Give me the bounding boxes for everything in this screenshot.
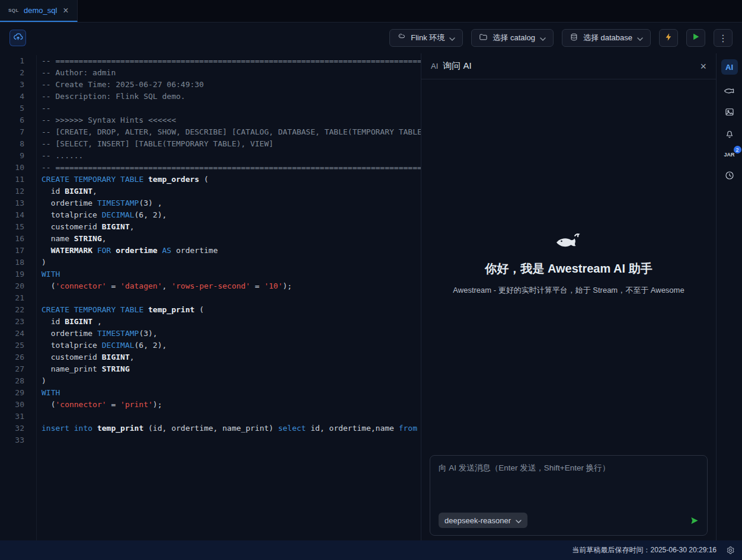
code-token: , xyxy=(130,222,135,231)
code-line[interactable]: customerid BIGINT, xyxy=(41,221,421,233)
code-line[interactable]: -- [SELECT, INSERT] [TABLE(TEMPORARY TAB… xyxy=(41,138,421,150)
line-number: 5 xyxy=(0,103,24,114)
model-select[interactable]: deepseek-reasoner xyxy=(439,513,527,528)
rail-ai-button[interactable]: AI xyxy=(721,59,738,75)
code-token: ); xyxy=(283,281,292,290)
sql-editor[interactable]: 1234567891011121314151617181920212223242… xyxy=(0,53,421,540)
code-token: -- =====================================… xyxy=(41,56,421,65)
database-select[interactable]: 选择 database xyxy=(562,29,651,47)
code-token: (6, 2), xyxy=(135,210,167,219)
whale-icon[interactable] xyxy=(722,84,737,97)
code-line[interactable]: -- Description: Flink SQL demo. xyxy=(41,91,421,103)
line-number: 28 xyxy=(0,375,24,387)
code-line[interactable]: -- =====================================… xyxy=(41,162,421,174)
code-token: = xyxy=(250,281,264,290)
code-token xyxy=(116,175,120,184)
code-line[interactable]: -- >>>>>> Syntax Hints <<<<<< xyxy=(41,114,421,126)
catalog-select[interactable]: 选择 catalog xyxy=(471,29,554,47)
code-line[interactable]: -- ...... xyxy=(41,150,421,162)
code-token: BIGINT xyxy=(102,222,130,231)
code-line[interactable]: name STRING, xyxy=(41,233,421,245)
code-token: , xyxy=(92,187,97,196)
run-button[interactable] xyxy=(686,29,705,47)
code-token: BIGINT xyxy=(102,353,130,361)
line-number: 1 xyxy=(0,55,24,67)
code-token: (id, ordertime, name_print) xyxy=(143,424,278,433)
tab-label: demo_sql xyxy=(24,6,57,15)
line-number: 26 xyxy=(0,351,24,363)
line-number: 2 xyxy=(0,67,24,79)
chevron-down-icon xyxy=(540,34,546,43)
code-token: ordertime xyxy=(41,199,97,207)
flink-env-select[interactable]: Flink 环境 xyxy=(389,29,463,47)
code-line[interactable]: name_print STRING xyxy=(41,363,421,375)
status-bar: 当前草稿最后保存时间：2025-06-30 20:29:16 xyxy=(0,540,742,560)
code-token: temp_print xyxy=(97,424,143,433)
deploy-button[interactable] xyxy=(9,30,26,46)
code-line[interactable]: CREATE TEMPORARY TABLE temp_print ( xyxy=(41,304,421,316)
code-line[interactable] xyxy=(41,411,421,423)
line-number: 15 xyxy=(0,221,24,233)
catalog-icon xyxy=(479,33,488,43)
line-number: 11 xyxy=(0,174,24,185)
code-line[interactable]: CREATE TEMPORARY TABLE temp_orders ( xyxy=(41,174,421,185)
code-token xyxy=(143,305,148,314)
code-line[interactable]: ('connector' = 'print'); xyxy=(41,399,421,411)
code-line[interactable]: totalprice DECIMAL(6, 2), xyxy=(41,209,421,221)
code-line[interactable]: ) xyxy=(41,257,421,268)
code-line[interactable]: WITH xyxy=(41,268,421,280)
code-line[interactable]: ('connector' = 'datagen', 'rows-per-seco… xyxy=(41,280,421,292)
lightning-icon xyxy=(664,33,673,44)
model-label: deepseek-reasoner xyxy=(444,516,511,525)
code-line[interactable]: totalprice DECIMAL(6, 2), xyxy=(41,340,421,351)
code-token: customerid xyxy=(41,353,102,361)
line-number: 20 xyxy=(0,280,24,292)
code-line[interactable]: -- =====================================… xyxy=(41,55,421,67)
code-line[interactable]: ordertime TIMESTAMP(3), xyxy=(41,328,421,340)
code-line[interactable]: ) xyxy=(41,375,421,387)
code-line[interactable] xyxy=(41,292,421,304)
code-line[interactable]: -- [CREATE, DROP, ALTER, SHOW, DESCRIBE]… xyxy=(41,126,421,138)
ai-panel: AI 询问 AI × 你好，我是 Awestream AI 助手 Awestre… xyxy=(421,53,716,540)
gear-icon[interactable] xyxy=(726,546,735,555)
code-line[interactable]: WATERMARK FOR ordertime AS ordertime xyxy=(41,245,421,257)
code-token: CREATE xyxy=(41,305,69,314)
quick-run-button[interactable] xyxy=(659,29,678,47)
line-number: 30 xyxy=(0,399,24,411)
code-token: -- [SELECT, INSERT] [TABLE(TEMPORARY TAB… xyxy=(41,139,273,148)
image-icon[interactable] xyxy=(722,105,737,119)
more-button[interactable]: ⋮ xyxy=(714,29,733,47)
close-icon[interactable]: × xyxy=(700,61,706,72)
chevron-down-icon xyxy=(516,516,522,525)
code-token: DECIMAL xyxy=(102,210,135,219)
code-line[interactable]: id BIGINT , xyxy=(41,316,421,328)
code-line[interactable]: WITH xyxy=(41,387,421,399)
ai-badge-icon: AI xyxy=(431,62,438,71)
editor-gutter: 1234567891011121314151617181920212223242… xyxy=(0,55,37,540)
toolbar: Flink 环境 选择 catalog 选择 database ⋮ xyxy=(0,23,742,53)
code-token: (6, 2), xyxy=(135,341,167,350)
code-line[interactable]: ordertime TIMESTAMP(3) , xyxy=(41,197,421,209)
bell-icon[interactable] xyxy=(722,127,737,140)
code-token xyxy=(92,424,97,433)
code-line[interactable] xyxy=(41,434,421,446)
code-line[interactable]: id BIGINT, xyxy=(41,185,421,197)
code-line[interactable]: -- Create Time: 2025-06-27 06:49:30 xyxy=(41,79,421,91)
jar-button[interactable]: JAR 2 xyxy=(722,149,735,160)
code-line[interactable]: insert into temp_print (id, ordertime, n… xyxy=(41,423,421,434)
line-number: 19 xyxy=(0,268,24,280)
history-icon[interactable] xyxy=(722,169,737,182)
code-token: from xyxy=(399,424,417,433)
tab-demo-sql[interactable]: SQL demo_sql × xyxy=(0,0,78,22)
code-line[interactable]: -- xyxy=(41,103,421,114)
editor-code[interactable]: -- =====================================… xyxy=(37,55,421,540)
code-token: id, ordertime,name xyxy=(306,424,399,433)
code-line[interactable]: -- Author: admin xyxy=(41,67,421,79)
kebab-icon: ⋮ xyxy=(718,33,728,44)
send-button[interactable] xyxy=(690,516,699,525)
tab-close-icon[interactable]: × xyxy=(63,6,68,15)
code-token: ordertime xyxy=(41,329,97,338)
code-line[interactable]: customerid BIGINT, xyxy=(41,351,421,363)
ai-message-input[interactable] xyxy=(439,463,699,513)
code-token xyxy=(69,175,74,184)
